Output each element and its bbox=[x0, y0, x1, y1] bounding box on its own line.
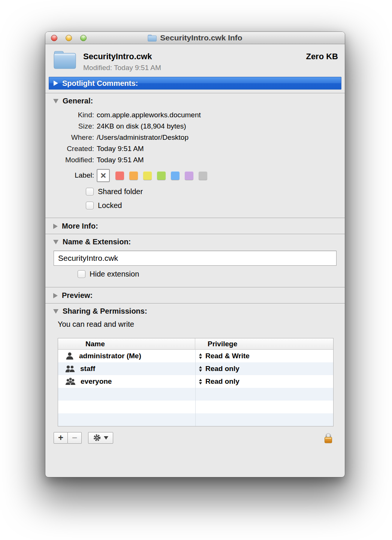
label-color-swatch[interactable] bbox=[115, 171, 124, 180]
table-row-empty bbox=[58, 413, 333, 426]
created-value: Today 9:51 AM bbox=[97, 143, 144, 154]
zoom-button[interactable] bbox=[80, 35, 87, 41]
label-color-swatch[interactable] bbox=[129, 171, 138, 180]
permissions-toolbar: + − bbox=[54, 431, 334, 444]
hide-extension-label: Hide extension bbox=[90, 270, 139, 278]
label-color-swatch[interactable] bbox=[185, 171, 193, 180]
label-caption: Label: bbox=[45, 171, 97, 180]
privilege-select[interactable]: Read only bbox=[195, 365, 333, 373]
column-header-privilege[interactable]: Privilege bbox=[195, 340, 237, 348]
file-modified: Modified: Today 9:51 AM bbox=[83, 64, 306, 72]
sharing-label: Sharing & Permissions: bbox=[63, 307, 147, 316]
group-icon bbox=[65, 364, 75, 373]
kind-value: com.apple.appleworks.document bbox=[97, 109, 201, 121]
add-user-button[interactable]: + bbox=[54, 432, 68, 444]
actions-menu-button[interactable] bbox=[88, 432, 113, 444]
window-title: SecurityIntro.cwk Info bbox=[160, 33, 242, 42]
permission-privilege: Read only bbox=[205, 377, 239, 386]
chevron-down-icon bbox=[104, 436, 108, 440]
permission-user-name: everyone bbox=[81, 377, 112, 386]
info-row-kind: Kind: com.apple.appleworks.document bbox=[45, 109, 345, 121]
table-row-empty bbox=[58, 401, 333, 413]
table-header: Name Privilege bbox=[58, 338, 333, 350]
disclosure-triangle-icon[interactable] bbox=[53, 224, 58, 229]
modified-value: Today 9:51 AM bbox=[97, 154, 144, 166]
general-label: General: bbox=[63, 97, 93, 105]
hide-extension-row: Hide extension bbox=[78, 268, 345, 280]
where-value: /Users/administrator/Desktop bbox=[97, 132, 189, 143]
info-row-modified: Modified: Today 9:51 AM bbox=[45, 154, 345, 166]
label-color-swatch[interactable] bbox=[171, 171, 180, 180]
created-label: Created: bbox=[45, 143, 97, 154]
privilege-select[interactable]: Read & Write bbox=[195, 352, 333, 360]
shared-folder-checkbox[interactable] bbox=[86, 188, 94, 196]
x-icon: × bbox=[100, 171, 106, 180]
disclosure-triangle-icon[interactable] bbox=[53, 309, 58, 314]
traffic-lights bbox=[51, 35, 87, 41]
section-sharing-permissions: Sharing & Permissions: You can read and … bbox=[45, 304, 345, 444]
size-label: Size: bbox=[45, 121, 97, 132]
table-row[interactable]: everyone Read only bbox=[58, 375, 333, 388]
info-row-where: Where: /Users/administrator/Desktop bbox=[45, 132, 345, 143]
disclosure-triangle-icon[interactable] bbox=[53, 293, 58, 298]
user-icon bbox=[65, 352, 74, 360]
label-color-swatch[interactable] bbox=[199, 171, 207, 180]
close-button[interactable] bbox=[51, 35, 57, 41]
folder-icon bbox=[53, 50, 77, 70]
section-spotlight-comments[interactable]: Spotlight Comments: bbox=[49, 77, 341, 90]
section-more-info[interactable]: More Info: bbox=[45, 218, 345, 234]
size-value: 24KB on disk (18,904 bytes) bbox=[97, 121, 186, 132]
disclosure-triangle-icon[interactable] bbox=[53, 240, 58, 244]
label-color-swatch[interactable] bbox=[143, 171, 152, 180]
proxy-folder-icon[interactable] bbox=[148, 34, 157, 42]
minimize-button[interactable] bbox=[66, 35, 72, 41]
file-name: SecurityIntro.cwk bbox=[83, 52, 306, 61]
locked-row: Locked bbox=[86, 200, 345, 211]
more-info-label: More Info: bbox=[62, 222, 98, 230]
permission-user-name: administrator (Me) bbox=[79, 352, 141, 360]
stepper-icon bbox=[199, 353, 202, 359]
section-name-extension: Name & Extension: Hide extension bbox=[45, 235, 345, 287]
permission-privilege: Read & Write bbox=[205, 352, 250, 360]
locked-checkbox[interactable] bbox=[86, 202, 94, 209]
section-preview[interactable]: Preview: bbox=[45, 288, 345, 303]
label-color-row: Label: × bbox=[45, 168, 345, 183]
plus-icon: + bbox=[58, 432, 63, 443]
minus-icon: − bbox=[72, 432, 77, 443]
sharing-header[interactable]: Sharing & Permissions: bbox=[45, 304, 345, 317]
disclosure-triangle-icon[interactable] bbox=[53, 99, 58, 103]
locked-label: Locked bbox=[98, 201, 122, 210]
table-row[interactable]: staff Read only bbox=[58, 362, 333, 375]
get-info-window: SecurityIntro.cwk Info SecurityIntro.cwk… bbox=[45, 32, 345, 477]
shared-folder-label: Shared folder bbox=[98, 187, 143, 196]
table-row-empty bbox=[58, 388, 333, 401]
info-row-created: Created: Today 9:51 AM bbox=[45, 143, 345, 154]
shared-folder-row: Shared folder bbox=[86, 186, 345, 197]
remove-user-button[interactable]: − bbox=[67, 432, 82, 444]
hide-extension-checkbox[interactable] bbox=[78, 270, 85, 278]
filename-input[interactable] bbox=[54, 251, 337, 266]
permissions-table: Name Privilege administrator (Me) Read &… bbox=[58, 338, 334, 426]
lock-icon[interactable] bbox=[323, 431, 334, 444]
file-header: SecurityIntro.cwk Modified: Today 9:51 A… bbox=[45, 44, 345, 76]
gear-icon bbox=[93, 434, 101, 442]
sharing-status: You can read and write bbox=[58, 320, 345, 330]
privilege-select[interactable]: Read only bbox=[195, 377, 333, 386]
permission-user-name: staff bbox=[80, 365, 95, 373]
everyone-icon bbox=[65, 377, 76, 386]
disclosure-triangle-icon[interactable] bbox=[54, 81, 58, 86]
label-none-button[interactable]: × bbox=[97, 169, 110, 182]
label-color-swatch[interactable] bbox=[157, 171, 166, 180]
stepper-icon bbox=[199, 379, 202, 384]
table-row[interactable]: administrator (Me) Read & Write bbox=[58, 350, 333, 362]
general-header[interactable]: General: bbox=[45, 94, 345, 106]
title-bar[interactable]: SecurityIntro.cwk Info bbox=[45, 32, 345, 44]
where-label: Where: bbox=[45, 132, 97, 143]
name-extension-label: Name & Extension: bbox=[63, 238, 131, 246]
name-extension-header[interactable]: Name & Extension: bbox=[45, 235, 345, 247]
info-row-size: Size: 24KB on disk (18,904 bytes) bbox=[45, 121, 345, 132]
section-general: General: Kind: com.apple.appleworks.docu… bbox=[45, 94, 345, 218]
spotlight-comments-label: Spotlight Comments: bbox=[62, 79, 138, 88]
column-header-name[interactable]: Name bbox=[58, 338, 195, 349]
preview-label: Preview: bbox=[62, 291, 93, 300]
